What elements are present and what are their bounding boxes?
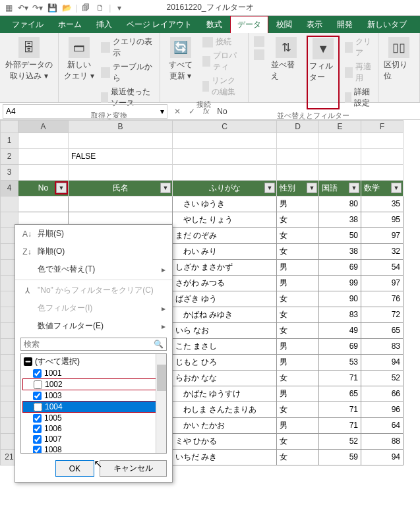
undo-icon[interactable]: ↶▾ [17,2,29,14]
cell[interactable]: 女 [277,291,319,307]
new-query-button[interactable]: 🗃新しい クエリ ▾ [63,36,96,109]
col-header-E[interactable]: E [319,120,361,133]
col-header-B[interactable]: B [69,120,173,133]
sort-desc-item[interactable]: Z↓降順(O) [15,243,172,260]
cell[interactable]: しざか まさかず [173,260,277,276]
sort-az-button[interactable] [253,36,266,47]
filter-button[interactable]: ▼フィルター [307,36,340,109]
cell[interactable]: 女 [277,244,319,260]
number-filter-item[interactable]: 数値フィルター(E)▸ [15,317,172,335]
cell[interactable]: 65 [361,323,404,339]
cell[interactable]: 38 [319,212,361,228]
col-header-C[interactable]: C [173,120,277,133]
cell[interactable]: 38 [319,244,361,260]
filter-value-item[interactable]: 1003 [22,390,165,401]
filter-dropdown-icon[interactable]: ▼ [160,183,171,193]
cell[interactable]: 90 [319,291,361,307]
cell[interactable]: じもと ひろ [173,355,277,371]
cell[interactable]: 99 [319,276,361,291]
tab-data[interactable]: データ [230,16,268,33]
chevron-down-icon[interactable]: ▾ [160,107,164,116]
cell[interactable]: 女 [277,307,319,323]
cell[interactable]: 男 [277,418,319,434]
cell[interactable]: 女 [277,450,319,465]
cell[interactable]: ゝさい ゆうき [173,196,277,212]
cell[interactable]: 94 [361,355,404,371]
tab-review[interactable]: 校閲 [270,16,299,33]
cell[interactable]: 72 [361,307,404,323]
scrollbar-thumb[interactable] [157,365,166,391]
show-queries-button[interactable]: クエリの表示 [100,36,156,59]
row-header[interactable]: 1 [0,133,18,149]
connections-button[interactable]: 接続 [201,36,244,48]
cell[interactable]: 59 [319,450,361,465]
cell[interactable]: 50 [319,228,361,244]
col-header-F[interactable]: F [361,120,404,133]
cell[interactable]: こた まさし [173,339,277,355]
row-header[interactable]: 4 [0,181,18,196]
table-header-gender[interactable]: 性別▼ [277,181,319,196]
cell[interactable]: 男 [277,355,319,371]
ok-button[interactable]: OK [55,460,94,477]
cell[interactable]: 35 [361,196,404,212]
select-all-checkbox[interactable]: (すべて選択) [22,355,165,368]
cell[interactable]: 71 [319,371,361,386]
refresh-all-button[interactable]: 🔄すべて 更新 ▾ [164,36,197,98]
cell[interactable]: 97 [361,228,404,244]
cell[interactable]: さがわ みつる [173,276,277,291]
cell[interactable]: ミや ひかる [173,434,277,450]
cell[interactable]: 88 [361,434,404,450]
advanced-filter-button[interactable]: 詳細設定 [344,86,374,109]
filter-value-item[interactable]: 1006 [22,423,165,434]
tab-insert[interactable]: 挿入 [90,16,119,33]
cell[interactable]: 52 [319,434,361,450]
cell[interactable]: 女 [277,402,319,418]
table-header-no[interactable]: No▼ [18,181,69,196]
filter-value-item[interactable]: 1002 [22,378,165,390]
sort-by-color-item[interactable]: 色で並べ替え(T)▸ [15,260,172,278]
filter-value-item[interactable]: 1004 [22,401,165,413]
from-table-button[interactable]: テーブルから [100,61,156,84]
cell[interactable]: 女 [277,323,319,339]
sort-za-button[interactable] [253,49,266,61]
external-data-button[interactable]: 🗄外部データの 取り込み ▾ [4,36,54,83]
cell[interactable]: 97 [361,276,404,291]
filter-search[interactable]: 🔍 [20,338,167,351]
cell[interactable]: 女 [277,434,319,450]
select-all-corner[interactable] [0,120,18,133]
cell[interactable]: 女 [277,371,319,386]
cell[interactable]: 80 [319,196,361,212]
cell[interactable]: 53 [319,355,361,371]
tab-file[interactable]: ファイル [5,16,50,33]
tab-view[interactable]: 表示 [300,16,329,33]
tab-new[interactable]: 新しいタブ [361,16,413,33]
table-header-sugaku[interactable]: 数学▼ [361,181,404,196]
cell[interactable]: 83 [361,339,404,355]
cell[interactable]: 66 [361,386,404,402]
name-box[interactable]: A4▾ [3,104,167,119]
cell[interactable]: ゝかばね みゆき [173,307,277,323]
col-header-A[interactable]: A [18,120,69,133]
row-header[interactable] [0,196,18,212]
sort-button[interactable]: ⇅並べ替え [270,36,303,109]
cell[interactable]: 65 [319,386,361,402]
tab-dev[interactable]: 開発 [330,16,359,33]
cell[interactable]: 49 [319,323,361,339]
cell[interactable]: 94 [361,450,404,465]
cell[interactable]: 男 [277,260,319,276]
cell[interactable]: 男 [277,276,319,291]
cell[interactable]: 52 [361,371,404,386]
cancel-button[interactable]: キャンセル [100,460,167,477]
cell[interactable]: 69 [319,260,361,276]
cell[interactable]: 83 [319,307,361,323]
cell[interactable]: 71 [319,402,361,418]
cell[interactable]: 69 [319,339,361,355]
cell[interactable]: 男 [277,339,319,355]
filter-value-item[interactable]: 1008 [22,444,165,454]
cell[interactable]: 女 [277,212,319,228]
cell[interactable]: ゝやした りょう [173,212,277,228]
cell[interactable]: ゝかばた ゆうすけ [173,386,277,402]
formula-bar[interactable]: No [217,107,227,116]
cell[interactable]: 76 [361,291,404,307]
qat-more-icon[interactable]: ▾ [113,2,125,14]
